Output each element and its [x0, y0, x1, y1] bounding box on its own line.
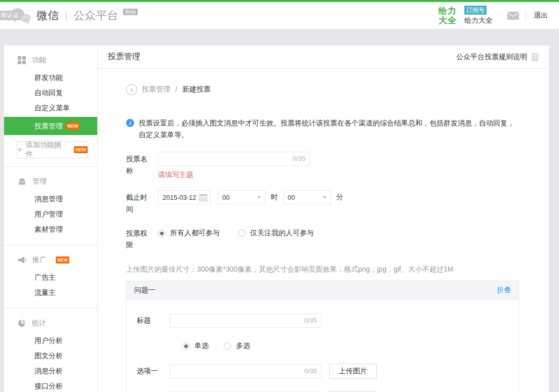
- radio-label: 多选: [236, 341, 250, 351]
- radio-unselected-icon[interactable]: [238, 230, 245, 237]
- option-one-input-wrap: 0/35: [170, 364, 322, 378]
- hour-value: 00: [222, 194, 229, 201]
- brand-wechat: 微信: [36, 8, 59, 23]
- minute-value: 00: [288, 194, 295, 201]
- sidebar-item-custom-menu[interactable]: 自定义菜单: [4, 100, 97, 115]
- pie-chart-icon: [18, 319, 26, 327]
- section-label: 推广: [32, 255, 47, 265]
- minute-unit: 分: [336, 193, 343, 202]
- notice-banner: i 投票设置后，必须插入图文消息中才可生效。投票将统计该投票在各个渠道的综合结果…: [126, 117, 521, 141]
- hour-select[interactable]: 00: [218, 190, 266, 204]
- radio-label: 所有人都可参与: [170, 229, 220, 238]
- deadline-label: 截止时间: [126, 190, 150, 215]
- vote-rules-link[interactable]: 公众平台投票规则说明: [456, 53, 539, 62]
- section-label: 统计: [32, 319, 46, 328]
- main-inner: ‹ 投票管理 / 新建投票 i 投票设置后，必须插入图文消息中才可生效。投票将统…: [98, 84, 549, 392]
- account-avatar[interactable]: 给力 大全: [437, 6, 458, 25]
- new-badge: NEW: [56, 256, 69, 264]
- question-type-row: 单选 多选: [137, 341, 508, 351]
- breadcrumb-separator: /: [175, 85, 177, 94]
- type-option-multiple[interactable]: 多选: [224, 341, 250, 351]
- vote-name-label: 投票名称: [126, 152, 150, 177]
- radio-selected-icon[interactable]: [158, 230, 165, 237]
- page-title: 投票管理: [108, 52, 140, 62]
- new-badge: NEW: [74, 146, 88, 153]
- sidebar-item-mass-send[interactable]: 群发功能: [4, 70, 97, 85]
- back-button[interactable]: ‹: [126, 84, 137, 95]
- question-title-input-wrap: 0/35: [170, 314, 322, 328]
- sidebar-item-label: 投票管理: [34, 122, 63, 130]
- sidebar-item-advertiser[interactable]: 广告主: [4, 270, 97, 285]
- topbar: 微信 | 公众平台 Beta 给力 大全 订阅号 给力大全 未认证 退出: [0, 2, 559, 29]
- sidebar-section-management: 管理 消息管理 用户管理 素材管理: [4, 166, 97, 245]
- vote-name-input-wrap: 0/35: [158, 152, 310, 166]
- radio-selected-icon[interactable]: [182, 342, 189, 350]
- brand: 微信 | 公众平台 Beta: [10, 7, 138, 25]
- breadcrumb-current: 新建投票: [182, 85, 211, 94]
- sidebar-item-user-analysis[interactable]: 用户分析: [4, 333, 97, 348]
- permission-option-followers[interactable]: 仅关注我的人可参与: [238, 229, 314, 238]
- account-info: 订阅号 给力大全 未认证: [464, 6, 493, 25]
- plus-icon: +: [17, 145, 22, 155]
- brand-divider: |: [65, 10, 67, 21]
- sidebar-section-promotion: 推广 NEW 广告主 流量主: [4, 245, 97, 308]
- breadcrumb-parent[interactable]: 投票管理: [142, 85, 170, 94]
- sidebar-item-material-management[interactable]: 素材管理: [4, 222, 97, 237]
- breadcrumb: ‹ 投票管理 / 新建投票: [126, 84, 521, 95]
- deadline-row: 截止时间 2015-03-12: [126, 190, 521, 215]
- add-plugin-label: 添加功能插件: [26, 141, 67, 159]
- sidebar-item-message-management[interactable]: 消息管理: [4, 191, 97, 206]
- option-one-label: 选项一: [137, 367, 163, 376]
- sidebar: 功能 群发功能 自动回复 自定义菜单 投票管理NEW + 添加功能插件 NEW: [4, 46, 98, 392]
- sidebar-section-statistics: 统计 用户分析 图文分析 消息分析 接口分析: [4, 308, 97, 392]
- sidebar-item-article-analysis[interactable]: 图文分析: [4, 348, 97, 363]
- permission-label: 投票权限: [126, 226, 150, 251]
- option-one-input[interactable]: [170, 365, 321, 378]
- type-option-single[interactable]: 单选: [182, 341, 209, 351]
- document-icon: [531, 53, 539, 61]
- date-value: 2015-03-12: [163, 194, 196, 201]
- brand-product: 公众平台: [73, 8, 118, 23]
- sidebar-section-functions-header: 功能: [4, 52, 97, 70]
- account-avatar-text-bottom: 大全: [437, 16, 458, 25]
- question-title-row: 标题 0/35: [137, 314, 508, 328]
- sidebar-item-user-management[interactable]: 用户管理: [4, 206, 97, 222]
- info-icon: i: [126, 119, 134, 127]
- section-label: 功能: [32, 56, 46, 65]
- workspace: 功能 群发功能 自动回复 自定义菜单 投票管理NEW + 添加功能插件 NEW: [0, 46, 559, 392]
- question-title: 问题一: [134, 286, 155, 295]
- tray-icon: [18, 178, 26, 185]
- unverified-badge: 未认证: [0, 11, 21, 20]
- subscription-type-badge: 订阅号: [464, 6, 487, 15]
- sidebar-item-traffic-owner[interactable]: 流量主: [4, 285, 97, 300]
- chevron-down-icon: [323, 196, 327, 199]
- logout-link[interactable]: 退出: [534, 11, 548, 20]
- section-label: 管理: [32, 177, 47, 186]
- vote-name-row: 投票名称 0/35 请填写主题: [126, 152, 521, 180]
- option-one-upload-button[interactable]: 上传图片: [329, 364, 377, 379]
- collapse-link[interactable]: 折叠: [497, 286, 511, 295]
- topbar-divider: [526, 12, 526, 20]
- new-badge: NEW: [66, 122, 79, 129]
- grid-icon: [18, 56, 26, 64]
- add-plugin-button[interactable]: + 添加功能插件 NEW: [17, 141, 88, 158]
- date-picker[interactable]: 2015-03-12: [158, 190, 211, 204]
- sidebar-item-message-analysis[interactable]: 消息分析: [4, 363, 97, 378]
- sidebar-section-management-header: 管理: [4, 173, 97, 191]
- chevron-down-icon: [257, 196, 261, 199]
- minute-select[interactable]: 00: [283, 190, 331, 204]
- hour-unit: 时: [271, 193, 278, 202]
- sidebar-item-auto-reply[interactable]: 自动回复: [4, 85, 97, 100]
- account-area: 给力 大全 订阅号 给力大全 未认证 退出: [437, 6, 548, 25]
- radio-label: 单选: [194, 341, 209, 351]
- beta-badge: Beta: [123, 9, 138, 15]
- permission-option-everyone[interactable]: 所有人都可参与: [158, 229, 220, 238]
- radio-unselected-icon[interactable]: [224, 342, 231, 350]
- sidebar-item-vote-management[interactable]: 投票管理NEW: [4, 117, 97, 135]
- account-avatar-text-top: 给力: [437, 6, 458, 16]
- question-title-label: 标题: [137, 316, 163, 325]
- mail-icon[interactable]: [507, 12, 519, 20]
- question-title-input[interactable]: [170, 314, 321, 327]
- vote-name-input[interactable]: [158, 152, 309, 165]
- sidebar-item-api-analysis[interactable]: 接口分析: [4, 378, 97, 392]
